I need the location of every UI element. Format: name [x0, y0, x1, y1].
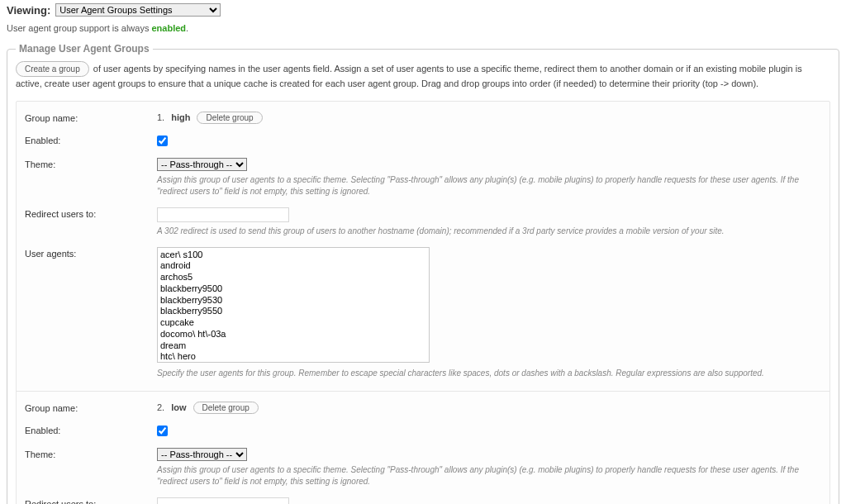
group-block: Group name: 1. high Delete group Enabled…	[17, 102, 829, 392]
enabled-checkbox[interactable]	[157, 136, 168, 146]
group-block: Group name: 2. low Delete group Enabled:…	[17, 392, 829, 505]
enabled-label: Enabled:	[25, 424, 157, 435]
enabled-label: Enabled:	[25, 134, 157, 145]
enabled-checkbox[interactable]	[157, 426, 168, 436]
group-name-value: high	[171, 112, 190, 122]
user-agents-textarea[interactable]	[157, 247, 430, 363]
theme-help: Assign this group of user agents to a sp…	[157, 464, 801, 487]
delete-group-button[interactable]: Delete group	[197, 112, 262, 124]
create-group-button[interactable]: Create a group	[16, 61, 89, 77]
group-index: 2.	[157, 402, 164, 412]
redirect-label: Redirect users to:	[25, 497, 157, 505]
viewing-label: Viewing:	[7, 4, 50, 17]
theme-select[interactable]: -- Pass-through --	[157, 448, 247, 461]
panel-legend: Manage User Agent Groups	[16, 43, 153, 55]
status-enabled-word: enabled	[151, 23, 186, 33]
intro-row: Create a group of user agents by specify…	[16, 61, 830, 91]
theme-select[interactable]: -- Pass-through --	[157, 158, 247, 171]
redirect-help: A 302 redirect is used to send this grou…	[157, 226, 801, 237]
page-select[interactable]: User Agent Groups Settings	[55, 3, 221, 17]
theme-help: Assign this group of user agents to a sp…	[157, 174, 801, 197]
group-name-value: low	[171, 402, 186, 412]
viewing-row: Viewing: User Agent Groups Settings	[7, 0, 839, 20]
support-status: User agent group support is always enabl…	[7, 20, 839, 43]
group-name-label: Group name:	[25, 402, 157, 413]
delete-group-button[interactable]: Delete group	[193, 402, 259, 414]
group-index: 1.	[157, 112, 164, 122]
theme-label: Theme:	[25, 448, 157, 459]
manage-groups-panel: Manage User Agent Groups Create a group …	[7, 43, 839, 504]
agents-label: User agents:	[25, 247, 157, 259]
redirect-label: Redirect users to:	[25, 207, 157, 219]
groups-area: Group name: 1. high Delete group Enabled…	[16, 101, 830, 505]
intro-text: of user agents by specifying names in th…	[16, 64, 802, 88]
group-name-label: Group name:	[25, 112, 157, 123]
agents-help: Specify the user agents for this group. …	[157, 368, 801, 379]
theme-label: Theme:	[25, 158, 157, 169]
redirect-input[interactable]	[157, 207, 289, 222]
redirect-input[interactable]	[157, 497, 289, 505]
